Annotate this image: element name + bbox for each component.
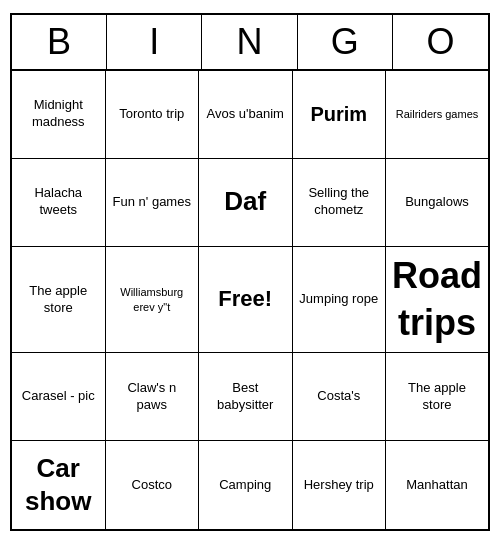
- bingo-cell-15: Carasel - pic: [12, 353, 106, 441]
- bingo-cell-4: Railriders games: [386, 71, 488, 159]
- bingo-cell-5: Halacha tweets: [12, 159, 106, 247]
- bingo-letter-g: G: [298, 15, 393, 69]
- bingo-header: BINGO: [12, 15, 488, 71]
- bingo-cell-22: Camping: [199, 441, 293, 529]
- bingo-letter-i: I: [107, 15, 202, 69]
- bingo-cell-8: Selling the chometz: [293, 159, 387, 247]
- bingo-cell-19: The apple store: [386, 353, 488, 441]
- bingo-cell-9: Bungalows: [386, 159, 488, 247]
- bingo-cell-21: Costco: [106, 441, 200, 529]
- bingo-cell-18: Costa's: [293, 353, 387, 441]
- bingo-cell-14: Road trips: [386, 247, 488, 354]
- bingo-card: BINGO Midnight madnessToronto tripAvos u…: [10, 13, 490, 532]
- bingo-cell-12: Free!: [199, 247, 293, 354]
- bingo-cell-13: Jumping rope: [293, 247, 387, 354]
- bingo-cell-24: Manhattan: [386, 441, 488, 529]
- bingo-cell-3: Purim: [293, 71, 387, 159]
- bingo-cell-16: Claw's n paws: [106, 353, 200, 441]
- bingo-letter-n: N: [202, 15, 297, 69]
- bingo-cell-0: Midnight madness: [12, 71, 106, 159]
- bingo-cell-17: Best babysitter: [199, 353, 293, 441]
- bingo-cell-20: Car show: [12, 441, 106, 529]
- bingo-letter-b: B: [12, 15, 107, 69]
- bingo-cell-1: Toronto trip: [106, 71, 200, 159]
- bingo-cell-23: Hershey trip: [293, 441, 387, 529]
- bingo-cell-11: Williamsburg erev y"t: [106, 247, 200, 354]
- bingo-cell-6: Fun n' games: [106, 159, 200, 247]
- bingo-letter-o: O: [393, 15, 488, 69]
- bingo-cell-10: The apple store: [12, 247, 106, 354]
- bingo-cell-7: Daf: [199, 159, 293, 247]
- bingo-grid: Midnight madnessToronto tripAvos u'banim…: [12, 71, 488, 530]
- bingo-cell-2: Avos u'banim: [199, 71, 293, 159]
